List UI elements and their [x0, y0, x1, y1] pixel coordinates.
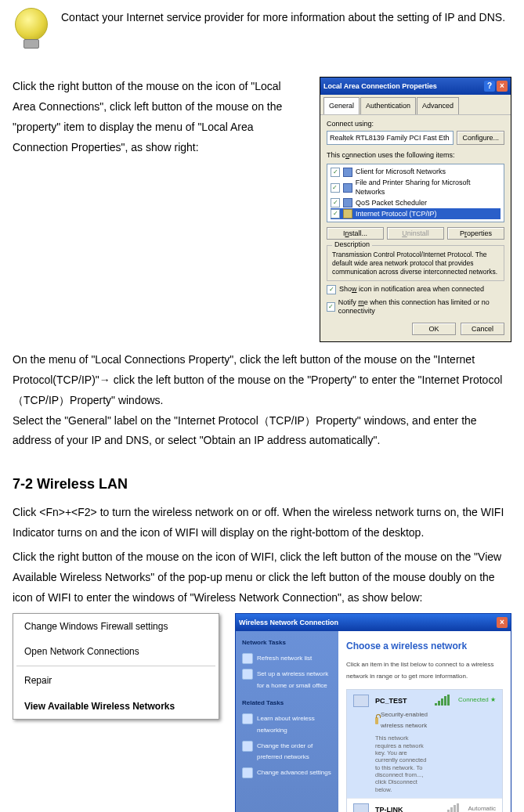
checkbox-icon[interactable] — [331, 168, 340, 177]
checkbox-icon[interactable] — [331, 183, 340, 193]
task-setup[interactable]: Set up a wireless network for a home or … — [242, 669, 332, 692]
gear-icon — [242, 767, 253, 778]
choose-network-sub: Click an item in the list below to conne… — [346, 659, 503, 683]
wireless-window: Wireless Network Connection × Network Ta… — [235, 613, 511, 812]
lightbulb-icon — [13, 8, 50, 55]
section-heading: 7-2 Wireless LAN — [13, 471, 511, 497]
close-icon[interactable]: × — [497, 617, 508, 628]
configure-button[interactable]: Configure... — [457, 131, 504, 145]
task-order[interactable]: Change the order of preferred networks — [242, 741, 332, 764]
signal-icon — [444, 803, 461, 812]
checkbox-notify[interactable] — [327, 302, 335, 312]
ctx-item-firewall[interactable]: Change Windows Firewall settings — [13, 614, 219, 639]
status-connected: Connected ★ — [458, 695, 496, 706]
para-after-2: Select the "General" label on the "Inter… — [13, 411, 511, 452]
info-icon — [242, 713, 253, 724]
checkbox-show-icon[interactable] — [327, 285, 336, 294]
properties-button[interactable]: Properties — [447, 227, 504, 240]
wifi-icon — [353, 695, 369, 707]
components-list[interactable]: Client for Microsoft Networks File and P… — [327, 164, 504, 222]
wifi-icon — [353, 803, 369, 812]
task-learn[interactable]: Learn about wireless networking — [242, 713, 332, 737]
titlebar: Wireless Network Connection × — [236, 614, 511, 631]
ok-button[interactable]: OK — [412, 323, 456, 335]
close-icon[interactable]: × — [497, 81, 508, 92]
para-right: Click the right button of the mouse on t… — [13, 77, 305, 158]
task-advanced[interactable]: Change advanced settings — [242, 767, 332, 779]
description-body: Transmission Control Protocol/Internet P… — [332, 251, 499, 276]
tasks-heading: Network Tasks — [242, 637, 332, 649]
context-menu: Change Windows Firewall settings Open Ne… — [13, 613, 219, 720]
window-title: Local Area Connection Properties — [323, 80, 437, 93]
cancel-button[interactable]: Cancel — [461, 323, 504, 335]
ctx-item-repair[interactable]: Repair — [13, 668, 219, 693]
checkbox-icon[interactable] — [331, 198, 340, 208]
separator — [16, 666, 215, 666]
ctx-item-open-connections[interactable]: Open Network Connections — [13, 639, 219, 664]
tip-text: Contact your Internet service provider f… — [61, 8, 505, 55]
service-icon — [343, 183, 352, 193]
network-list: PC_TEST Security-enabled wireless networ… — [346, 689, 503, 812]
service-icon — [343, 198, 352, 208]
lock-icon — [375, 717, 378, 724]
network-item[interactable]: PC_TEST Security-enabled wireless networ… — [347, 690, 502, 799]
description-group: Description Transmission Control Protoco… — [327, 245, 504, 280]
ctx-item-view-networks[interactable]: View Available Wireless Networks — [13, 694, 219, 719]
refresh-icon — [242, 653, 253, 664]
checkbox-icon[interactable] — [331, 209, 340, 218]
connect-using-label: Connect using: — [327, 120, 504, 129]
titlebar: Local Area Connection Properties ? × — [320, 78, 511, 95]
install-button[interactable]: Install... — [327, 227, 384, 240]
choose-network-title: Choose a wireless network — [346, 637, 503, 655]
task-refresh[interactable]: Refresh network list — [242, 653, 332, 665]
network-item[interactable]: TP-LINK Unsecured wireless network Autom… — [347, 799, 502, 812]
tab-advanced[interactable]: Advanced — [417, 97, 459, 114]
window-title: Wireless Network Connection — [239, 616, 338, 630]
description-title: Description — [332, 240, 372, 250]
para-wlan-1: Click <Fn>+<F2> to turn the wireless net… — [13, 503, 511, 543]
order-icon — [242, 741, 253, 752]
setup-icon — [242, 669, 253, 680]
tab-authentication[interactable]: Authentication — [360, 97, 416, 114]
lan-properties-window: Local Area Connection Properties ? × Gen… — [320, 77, 511, 342]
para-after-1: On the menu of "Local Connections Proper… — [13, 350, 511, 411]
status-auto: Automatic — [468, 803, 496, 812]
tab-general[interactable]: General — [323, 97, 360, 114]
related-heading: Related Tasks — [242, 698, 332, 709]
service-icon — [343, 168, 352, 177]
signal-icon — [435, 695, 452, 706]
protocol-icon — [343, 209, 352, 218]
help-icon[interactable]: ? — [484, 81, 495, 92]
para-wlan-2: Click the right button of the mouse on t… — [13, 547, 511, 608]
tasks-pane: Network Tasks Refresh network list Set u… — [236, 631, 338, 812]
tip-row: Contact your Internet service provider f… — [13, 8, 511, 55]
adapter-field — [327, 131, 454, 145]
uninstall-button: Uninstall — [387, 227, 444, 240]
